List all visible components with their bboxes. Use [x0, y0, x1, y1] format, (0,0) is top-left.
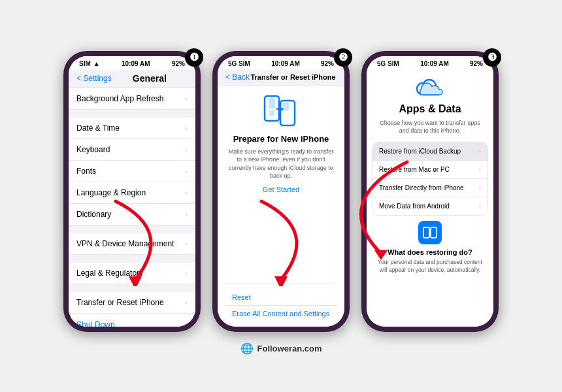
time-3: 10:09 AM: [420, 60, 449, 67]
list-item[interactable]: Language & Region ›: [69, 182, 195, 204]
status-bar-1: SIM ▲ 10:09 AM 92%: [69, 56, 195, 70]
phone-icon-area: [263, 93, 299, 129]
carrier-3: 5G SIM: [377, 60, 399, 67]
carrier-2: 5G SIM: [228, 60, 250, 67]
iphone-transfer-icon: [263, 93, 299, 129]
battery-3: 92%: [470, 60, 483, 67]
footer: 🌐 Followeran.com: [240, 342, 322, 355]
chevron-icon: ›: [479, 166, 481, 173]
shutdown-button[interactable]: Shut Down: [69, 314, 195, 327]
nav-bar-2: < Back Transfer or Reset iPhone: [218, 70, 344, 86]
back-button-2[interactable]: < Back: [225, 73, 250, 82]
reset-section: Reset Erase All Content and Settings: [224, 284, 338, 321]
list-item[interactable]: Legal & Regulatory ›: [69, 263, 195, 284]
apps-data-title: Apps & Data: [399, 103, 461, 115]
nav-title-1: General: [112, 73, 188, 84]
prepare-desc: Make sure everything's ready to transfer…: [224, 148, 338, 180]
chevron-icon: ›: [479, 184, 481, 191]
battery-1: 92%: [172, 60, 185, 67]
phone-1: SIM ▲ 10:09 AM 92% < Settings General: [63, 51, 201, 332]
migration-icon-svg: [423, 225, 437, 240]
step-badge-1: ❶: [185, 48, 203, 67]
back-button-1[interactable]: < Settings: [76, 74, 112, 83]
status-bar-3: 5G SIM 10:09 AM 92%: [367, 56, 493, 70]
svg-rect-8: [423, 227, 429, 238]
settings-list-1: Background App Refresh › Date & Time › K…: [69, 88, 195, 327]
spacer: [69, 284, 195, 292]
phone-3: 5G SIM 10:09 AM 92% Apps & Data Choose: [361, 51, 499, 332]
phone-2: 5G SIM 10:09 AM 92% < Back Transfer or R…: [212, 51, 350, 332]
spacer: [69, 255, 195, 263]
status-right-3: 92%: [470, 60, 483, 67]
phone-2-screen: 5G SIM 10:09 AM 92% < Back Transfer or R…: [218, 56, 344, 327]
icloud-icon: [414, 76, 446, 99]
restore-option-transfer[interactable]: Transfer Directly from iPhone ›: [372, 179, 488, 197]
status-left-2: 5G SIM: [228, 60, 250, 67]
list-item[interactable]: Date & Time ›: [69, 118, 195, 139]
globe-icon: 🌐: [240, 342, 254, 355]
restore-options: Restore from iCloud Backup › Restore fro…: [372, 142, 488, 216]
chevron-icon: ›: [185, 167, 188, 175]
phone-2-wrapper: 5G SIM 10:09 AM 92% < Back Transfer or R…: [212, 51, 350, 332]
list-item[interactable]: VPN & Device Management ›: [69, 233, 195, 255]
what-does-title: What does restoring do?: [388, 248, 472, 256]
carrier-1: SIM: [79, 60, 91, 67]
chevron-icon: ›: [185, 189, 188, 197]
erase-link[interactable]: Erase All Content and Settings: [224, 305, 338, 321]
what-does-desc: Your personal data and purchased content…: [372, 259, 488, 274]
list-item[interactable]: Fonts ›: [69, 161, 195, 182]
svg-rect-2: [269, 98, 275, 108]
get-started-link[interactable]: Get Started: [263, 186, 299, 193]
phone-3-screen: 5G SIM 10:09 AM 92% Apps & Data Choose: [367, 56, 493, 327]
phone-3-wrapper: 5G SIM 10:09 AM 92% Apps & Data Choose: [361, 51, 499, 332]
chevron-icon: ›: [185, 95, 188, 103]
spacer: [69, 225, 195, 233]
chevron-icon: ›: [185, 240, 188, 248]
status-right-2: 92%: [321, 60, 334, 67]
chevron-icon: ›: [479, 203, 481, 210]
apps-data-content: Apps & Data Choose how you want to trans…: [367, 70, 493, 327]
status-right-1: 92%: [172, 60, 185, 67]
step-badge-3: ❸: [483, 48, 501, 67]
transfer-content: Prepare for New iPhone Make sure everyth…: [218, 86, 344, 327]
main-container: SIM ▲ 10:09 AM 92% < Settings General: [57, 38, 505, 338]
chevron-icon: ›: [185, 210, 188, 218]
reset-link[interactable]: Reset: [224, 289, 338, 305]
apps-data-desc: Choose how you want to transfer apps and…: [372, 119, 488, 135]
restore-option-mac[interactable]: Restore from Mac or PC ›: [372, 161, 488, 179]
chevron-icon: ›: [185, 146, 188, 154]
time-2: 10:09 AM: [271, 60, 300, 67]
list-item[interactable]: Background App Refresh ›: [69, 88, 195, 110]
list-item[interactable]: Keyboard ›: [69, 139, 195, 161]
transfer-reset-item[interactable]: Transfer or Reset iPhone ›: [69, 292, 195, 314]
chevron-icon: ›: [185, 299, 188, 306]
svg-rect-3: [269, 110, 274, 116]
nav-title-2: Transfer or Reset iPhone: [250, 73, 337, 81]
battery-2: 92%: [321, 60, 334, 67]
time-1: 10:09 AM: [122, 60, 150, 67]
svg-rect-9: [431, 227, 437, 238]
phone-1-wrapper: SIM ▲ 10:09 AM 92% < Settings General: [63, 51, 201, 332]
step-badge-2: ❷: [334, 48, 352, 67]
wifi-icon-1: ▲: [93, 60, 100, 67]
chevron-icon: ›: [479, 148, 481, 155]
phone-1-screen: SIM ▲ 10:09 AM 92% < Settings General: [69, 56, 195, 327]
status-left-3: 5G SIM: [377, 60, 399, 67]
prepare-title: Prepare for New iPhone: [233, 134, 329, 144]
chevron-icon: ›: [185, 269, 188, 277]
brand-name: Followeran.com: [257, 344, 322, 353]
restore-option-icloud[interactable]: Restore from iCloud Backup ›: [372, 142, 488, 161]
nav-bar-1: < Settings General: [69, 70, 195, 88]
restore-option-android[interactable]: Move Data from Android ›: [372, 197, 488, 215]
chevron-icon: ›: [185, 124, 188, 132]
status-bar-2: 5G SIM 10:09 AM 92%: [218, 56, 344, 70]
migration-icon: [418, 221, 442, 244]
svg-rect-5: [282, 103, 289, 110]
spacer: [69, 110, 195, 118]
list-item[interactable]: Dictionary ›: [69, 204, 195, 225]
status-left-1: SIM ▲: [79, 60, 100, 67]
